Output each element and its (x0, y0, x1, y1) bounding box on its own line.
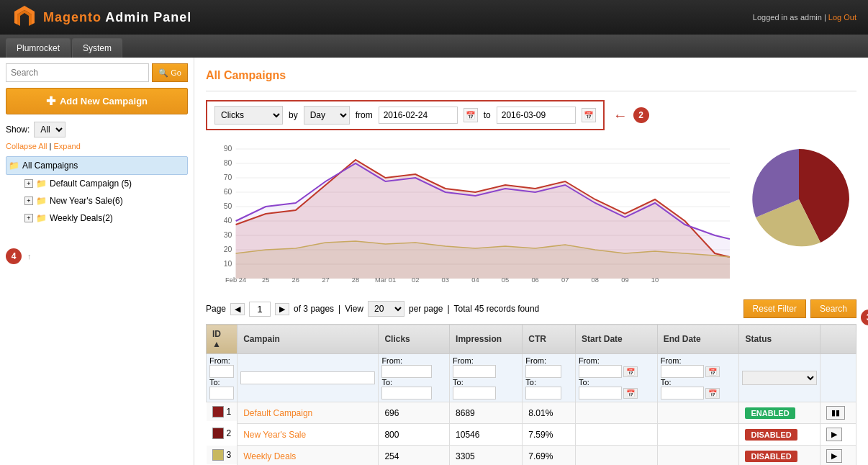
line-chart: 90 80 70 60 50 40 30 20 10 (206, 142, 730, 286)
col-impression[interactable]: Impression (450, 325, 523, 354)
table-filter-row: From: To: From: To: F (207, 354, 856, 402)
svg-text:20: 20 (224, 245, 232, 253)
page-input[interactable] (249, 302, 271, 317)
filter-id-from[interactable] (209, 365, 234, 378)
filter-ctr-to[interactable] (525, 387, 561, 399)
svg-text:28: 28 (352, 276, 359, 284)
filter-ctr-from[interactable] (525, 365, 561, 378)
period-select[interactable]: Day Week Month (304, 106, 350, 125)
expand-icon[interactable]: + (24, 179, 33, 188)
play-button[interactable]: ▶ (826, 428, 842, 441)
cal-icon[interactable]: 📅 (623, 366, 638, 377)
app-title: Magento Admin Panel (43, 10, 191, 25)
prev-page-button[interactable]: ◀ (230, 303, 245, 315)
folder-icon: 📁 (35, 178, 47, 189)
from-id-label: From: (209, 356, 234, 365)
svg-text:06: 06 (531, 276, 538, 284)
plus-icon: ✚ (46, 94, 55, 108)
status-badge: DISABLED (745, 429, 797, 441)
campaign-link[interactable]: Default Campaign (243, 408, 312, 418)
filter-id-to[interactable] (209, 387, 234, 399)
col-status[interactable]: Status (739, 325, 820, 354)
table-row: 2 New Year's Sale 800 10546 7.59% DISABL… (207, 424, 856, 446)
col-clicks[interactable]: Clicks (379, 325, 450, 354)
go-button[interactable]: 🔍 Go (152, 63, 188, 82)
search-button[interactable]: Search (810, 299, 856, 318)
color-swatch (212, 449, 224, 461)
badge-4: 4 (6, 248, 22, 264)
cal-icon2[interactable]: 📅 (623, 388, 638, 399)
table-row: 1 Default Campaign 696 8689 8.01% ENABLE… (207, 402, 856, 424)
total-records-label: Total 45 records found (454, 304, 540, 314)
line-chart-area: 90 80 70 60 50 40 30 20 10 (206, 142, 730, 288)
date-from-input[interactable] (379, 107, 458, 124)
filter-end-from[interactable] (661, 365, 704, 378)
pagination-row: Page ◀ ▶ of 3 pages | View 20 10 50 100 … (206, 299, 856, 318)
campaign-link[interactable]: New Year's Sale (243, 430, 306, 440)
calendar-from-icon[interactable]: 📅 (464, 108, 478, 122)
per-page-select[interactable]: 20 10 50 100 (368, 301, 404, 317)
cal-icon3[interactable]: 📅 (705, 366, 720, 377)
col-campaign[interactable]: Campain (238, 325, 379, 354)
tree-item-all-campaigns[interactable]: 📁 All Campaigns (6, 156, 188, 175)
page-title: All Campaigns (206, 69, 856, 82)
date-to-input[interactable] (497, 107, 576, 124)
filter-impression-to[interactable] (453, 387, 496, 399)
metric-select[interactable]: Clicks Impressions CTR (214, 106, 283, 125)
tree-children: + 📁 Default Campaign (5) + 📁 New Year's … (23, 175, 188, 227)
nav-item-system[interactable]: System (72, 38, 122, 58)
col-ctr[interactable]: CTR (523, 325, 576, 354)
col-start-date[interactable]: Start Date (576, 325, 658, 354)
filter-start-from[interactable] (579, 365, 622, 378)
filter-end-to[interactable] (661, 387, 704, 399)
divider (206, 91, 856, 91)
page-label: Page (206, 304, 226, 314)
folder-icon: 📁 (35, 212, 47, 224)
next-page-button[interactable]: ▶ (275, 303, 289, 315)
col-id[interactable]: ID ▲ (207, 325, 238, 354)
col-action[interactable] (820, 325, 856, 354)
calendar-to-icon[interactable]: 📅 (582, 108, 596, 122)
filter-start-to[interactable] (579, 387, 622, 399)
by-label: by (289, 110, 298, 120)
expand-all-link[interactable]: Expand (53, 142, 80, 150)
from-label: from (356, 110, 373, 120)
search-input[interactable] (6, 63, 149, 82)
filter-impression-from[interactable] (453, 365, 496, 378)
expand-icon[interactable]: + (24, 214, 33, 222)
campaign-link[interactable]: Weekly Deals (243, 451, 296, 461)
filter-clicks-from[interactable] (381, 365, 432, 378)
logout-link[interactable]: Log Out (828, 13, 856, 22)
folder-icon: 📁 (35, 195, 47, 207)
play-button[interactable]: ▶ (826, 449, 842, 463)
cal-icon4[interactable]: 📅 (705, 388, 720, 399)
filter-campaign[interactable] (240, 371, 375, 384)
of-pages-label: of 3 pages (294, 304, 334, 314)
collapse-all-link[interactable]: Collapse All (6, 142, 47, 150)
separator2: | (447, 304, 449, 314)
filter-bar: Clicks Impressions CTR by Day Week Month… (206, 100, 856, 130)
per-page-label: per page (409, 304, 443, 314)
add-campaign-button[interactable]: ✚ Add New Campaign (6, 88, 188, 114)
svg-text:Mar 01: Mar 01 (375, 276, 396, 284)
search-row: 🔍 Go (6, 63, 188, 82)
svg-text:05: 05 (502, 276, 509, 284)
nav-item-plumrocket[interactable]: Plumrocket (6, 38, 71, 58)
sidebar: 🔍 Go ✚ Add New Campaign Show: All Collap… (0, 58, 194, 465)
tree-item-weekly-deals[interactable]: + 📁 Weekly Deals (2) (23, 209, 188, 227)
color-swatch (212, 406, 224, 417)
main-layout: 🔍 Go ✚ Add New Campaign Show: All Collap… (0, 58, 868, 465)
show-select[interactable]: All (34, 122, 65, 137)
expand-icon[interactable]: + (24, 197, 33, 205)
col-end-date[interactable]: End Date (657, 325, 739, 354)
pause-button[interactable]: ▮▮ (826, 406, 845, 420)
campaigns-table: ID ▲ Campain Clicks Impression CTR Start… (206, 324, 856, 465)
tree-item-default-campaign[interactable]: + 📁 Default Campaign (5) (23, 175, 188, 192)
collapse-row: Collapse All | Expand (6, 142, 188, 150)
reset-filter-button[interactable]: Reset Filter (743, 299, 806, 318)
filter-status-select[interactable]: ENABLED DISABLED (742, 371, 817, 385)
svg-text:03: 03 (442, 276, 449, 284)
logo-area: Magento Admin Panel (12, 4, 191, 30)
filter-clicks-to[interactable] (381, 387, 432, 399)
tree-item-new-years-sale[interactable]: + 📁 New Year's Sale (6) (23, 192, 188, 209)
